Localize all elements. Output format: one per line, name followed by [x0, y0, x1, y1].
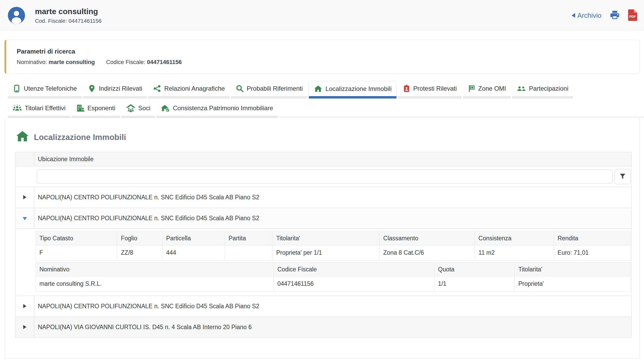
tab-bar: Utenze Telefoniche Indirizzi Rilevati Re… — [0, 81, 644, 118]
col-classamento: Classamento — [379, 232, 475, 245]
tab-indirizzi-rilevati[interactable]: Indirizzi Rilevati — [83, 81, 147, 98]
value-foglio: ZZ/8 — [117, 245, 162, 260]
funnel-icon — [619, 172, 627, 181]
table-row-expanded[interactable]: NAPOLI(NA) CENTRO POLIFUNZIONALE n. SNC … — [15, 208, 631, 229]
value-titolarita: Proprieta' — [515, 276, 631, 292]
people-icon — [517, 85, 526, 92]
relations-icon — [153, 84, 161, 93]
left-triangle-icon — [572, 13, 575, 18]
svg-text:PDF: PDF — [629, 15, 636, 19]
nominativo-param: Nominativo: marte consulting — [17, 59, 95, 66]
col-tipo-catasto: Tipo Catasto — [36, 232, 117, 245]
table-row[interactable]: NAPOLI(NA) CENTRO POLIFUNZIONALE n. SNC … — [15, 296, 631, 317]
value-particella: 444 — [162, 245, 225, 260]
value-nominativo: marte consulting S.R.L. — [36, 276, 274, 292]
search-icon — [236, 84, 244, 93]
row-location[interactable]: NAPOLI(NA) VIA GIOVANNI CURTOLI IS. D45 … — [34, 317, 631, 338]
search-parameters-box: Parametri di ricerca Nominativo: marte c… — [4, 40, 640, 74]
protest-badge-icon — [403, 84, 410, 93]
print-button[interactable] — [609, 10, 620, 21]
col-particella: Particella — [162, 232, 225, 245]
row-location[interactable]: NAPOLI(NA) CENTRO POLIFUNZIONALE n. SNC … — [34, 296, 631, 317]
value-codice-fiscale: 04471461156 — [274, 276, 434, 292]
tab-panel-localizzazione-immobili: Localizzazione Immobili Ubicazione Immob… — [4, 118, 640, 359]
tab-bar-divider — [279, 115, 644, 117]
table-row[interactable]: NAPOLI(NA) VIA GIOVANNI CURTOLI IS. D45 … — [15, 317, 631, 338]
search-parameters-title: Parametri di ricerca — [17, 48, 629, 55]
house-people-icon — [126, 104, 135, 112]
cadastral-data-row: F ZZ/8 444 Proprieta' per 1/1 Zona 8 Cat… — [36, 245, 631, 260]
cadastral-table: Tipo Catasto Foglio Particella Partita T… — [35, 231, 631, 260]
printer-icon — [609, 10, 620, 21]
company-name: marte consulting — [35, 7, 102, 16]
top-header-bar: marte consulting Cod. Fiscale: 044714611… — [0, 0, 644, 31]
row-location[interactable]: NAPOLI(NA) CENTRO POLIFUNZIONALE n. SNC … — [34, 208, 631, 229]
triangle-down-icon — [23, 217, 27, 220]
section-title: Localizzazione Immobili — [15, 130, 631, 145]
value-rendita: Euro: 71,01 — [554, 245, 630, 260]
pdf-file-icon: PDF — [628, 9, 637, 22]
house-icon — [15, 130, 30, 145]
map-pin-icon — [88, 84, 96, 93]
triangle-right-icon — [23, 304, 26, 308]
user-avatar-icon — [8, 7, 25, 24]
tab-partecipazioni[interactable]: Partecipazioni — [512, 81, 573, 98]
archivio-back-link[interactable]: Archivio — [572, 11, 601, 20]
owner-data-row: marte consulting S.R.L. 04471461156 1/1 … — [36, 276, 631, 292]
export-pdf-button[interactable]: PDF — [628, 9, 637, 22]
house-check-icon — [161, 104, 170, 112]
col-rendita: Rendita — [554, 232, 630, 245]
value-partita — [225, 245, 272, 260]
col-foglio: Foglio — [117, 232, 162, 245]
table-header-row: Ubicazione Immobile — [15, 152, 631, 166]
col-partita: Partita — [225, 232, 272, 245]
row-expander[interactable] — [15, 317, 34, 338]
map-flag-icon — [468, 84, 475, 93]
tab-soci[interactable]: Soci — [121, 101, 155, 118]
col-codice-fiscale: Codice Fiscale — [274, 263, 434, 276]
tab-localizzazione-immobili[interactable]: Localizzazione Immobili — [309, 81, 396, 98]
tab-utenze-telefoniche[interactable]: Utenze Telefoniche — [8, 81, 82, 98]
tab-titolari-effettivi[interactable]: Titolari Effettivi — [8, 101, 70, 118]
company-fiscal-code: Cod. Fiscale: 04471461156 — [35, 18, 102, 24]
house-icon — [314, 85, 323, 93]
value-titolarita: Proprieta' per 1/1 — [272, 245, 379, 260]
row-collapser[interactable] — [15, 208, 34, 229]
tab-esponenti[interactable]: Esponenti — [71, 101, 120, 118]
row-location[interactable]: NAPOLI(NA) CENTRO POLIFUNZIONALE n. SNC … — [34, 187, 631, 208]
col-quota: Quota — [434, 263, 515, 276]
owners-table: Nominativo Codice Fiscale Quota Titolari… — [35, 263, 631, 292]
row-detail: Tipo Catasto Foglio Particella Partita T… — [15, 229, 631, 296]
location-column-header: Ubicazione Immobile — [34, 152, 631, 166]
mobile-phone-icon — [13, 84, 21, 93]
building-person-icon — [76, 104, 85, 112]
value-classamento: Zona 8 Cat.C/6 — [379, 245, 475, 260]
triangle-right-icon — [23, 325, 26, 329]
tab-relazioni-anagrafiche[interactable]: Relazioni Anagrafiche — [148, 81, 229, 98]
tab-consistenza-patrimonio[interactable]: Consistenza Patrimonio Immobiliare — [156, 101, 278, 118]
value-tipo-catasto: F — [36, 245, 117, 260]
value-quota: 1/1 — [434, 276, 515, 292]
value-consistenza: 11 m2 — [475, 245, 554, 260]
codice-fiscale-param: Codice Fiscale: 04471461156 — [106, 59, 182, 66]
row-expander[interactable] — [15, 296, 34, 317]
filter-row — [15, 166, 631, 187]
location-filter-input[interactable] — [37, 170, 612, 184]
col-titolarita: Titolarita' — [272, 232, 379, 245]
filter-button[interactable] — [615, 169, 631, 184]
row-expander[interactable] — [15, 187, 34, 208]
expander-column-header — [15, 152, 34, 166]
tab-probabili-riferimenti[interactable]: Probabili Riferimenti — [231, 81, 308, 98]
properties-table: Ubicazione Immobile NAPOLI(N — [15, 152, 631, 338]
owners-icon — [13, 104, 22, 112]
tab-zone-omi[interactable]: Zone OMI — [463, 81, 511, 98]
col-consistenza: Consistenza — [475, 232, 554, 245]
table-row[interactable]: NAPOLI(NA) CENTRO POLIFUNZIONALE n. SNC … — [15, 187, 631, 208]
tab-protesti-rilevati[interactable]: Protesti Rilevati — [398, 81, 462, 98]
triangle-right-icon — [23, 195, 26, 199]
col-nominativo: Nominativo — [36, 263, 274, 276]
section-title-text: Localizzazione Immobili — [34, 133, 126, 142]
col-titolarita: Titolarita' — [515, 263, 631, 276]
